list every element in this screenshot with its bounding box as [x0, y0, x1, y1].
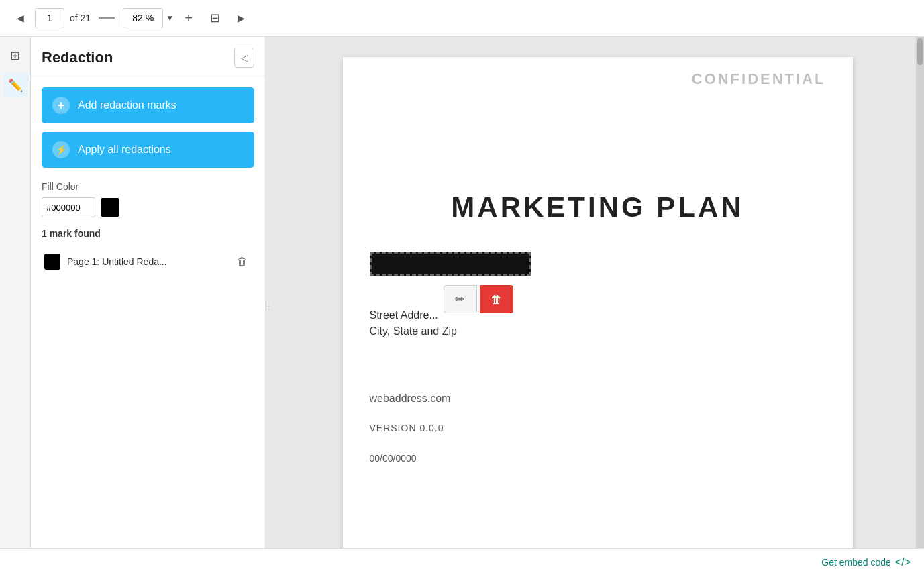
apply-redactions-label: Apply all redactions — [78, 144, 171, 156]
side-panel: Redaction ◁ + Add redaction marks ⚡ Appl… — [31, 37, 266, 575]
document-area[interactable]: CONFIDENTIAL ✏ 🗑 MARKETING PLAN Street A… — [271, 37, 924, 575]
popup-delete-button[interactable]: 🗑 — [480, 285, 513, 313]
embed-code-label: Get embed code — [821, 557, 891, 568]
trash-icon: 🗑 — [491, 293, 503, 307]
confidential-watermark: CONFIDENTIAL — [692, 70, 826, 88]
fill-color-swatch[interactable] — [101, 198, 119, 217]
toolbar-divider — [99, 17, 115, 19]
zoom-area: ▼ — [123, 8, 174, 28]
code-icon: </> — [895, 556, 911, 568]
side-panel-title: Redaction — [42, 49, 113, 66]
document-date: 00/00/0000 — [370, 453, 417, 464]
fill-color-input[interactable] — [42, 197, 95, 217]
pencil-icon: ✏ — [455, 292, 465, 307]
close-panel-icon: ◁ — [241, 52, 248, 63]
redaction-icon: ✏️ — [8, 78, 23, 93]
redaction-icon-button[interactable]: ✏️ — [3, 73, 28, 97]
footer-bar: Get embed code </> — [0, 548, 924, 575]
side-panel-close-button[interactable]: ◁ — [234, 48, 254, 68]
prev-page-button[interactable]: ◀ — [11, 9, 30, 28]
grid-icon-button[interactable]: ⊞ — [3, 44, 28, 68]
add-redaction-button[interactable]: + Add redaction marks — [42, 87, 254, 123]
fill-color-row — [42, 197, 254, 217]
marks-found-label: 1 mark found — [42, 228, 254, 239]
document-city: City, State and Zip — [370, 325, 457, 337]
scrollbar-thumb — [917, 38, 923, 65]
mark-item: Page 1: Untitled Reda... 🗑 — [42, 247, 254, 276]
grid-icon: ⊞ — [10, 48, 20, 63]
zoom-input[interactable] — [123, 8, 163, 28]
toolbar: ◀ of 21 ▼ + ⊟ ▶ — [0, 0, 924, 37]
side-panel-header: Redaction ◁ — [31, 37, 265, 76]
mark-label: Page 1: Untitled Reda... — [67, 256, 226, 267]
fit-icon: ⊟ — [210, 11, 220, 25]
popup-edit-button[interactable]: ✏ — [444, 285, 477, 313]
page-number-input[interactable] — [35, 8, 64, 28]
side-panel-content: + Add redaction marks ⚡ Apply all redact… — [31, 76, 265, 575]
redaction-mark[interactable] — [370, 252, 531, 276]
zoom-dropdown-button[interactable]: ▼ — [166, 13, 174, 23]
add-redaction-label: Add redaction marks — [78, 99, 176, 111]
lightning-icon: ⚡ — [52, 141, 70, 158]
document-web: webaddress.com — [370, 393, 451, 405]
fit-page-button[interactable]: ⊟ — [203, 7, 226, 30]
document-title: MARKETING PLAN — [451, 191, 743, 223]
document-page: CONFIDENTIAL ✏ 🗑 MARKETING PLAN Street A… — [343, 57, 853, 555]
get-embed-code-link[interactable]: Get embed code </> — [821, 556, 911, 568]
mark-delete-button[interactable]: 🗑 — [233, 252, 252, 271]
zoom-add-button[interactable]: + — [179, 9, 198, 28]
vertical-scrollbar[interactable] — [916, 37, 924, 575]
plus-icon: + — [52, 97, 70, 114]
document-version: VERSION 0.0.0 — [370, 423, 444, 433]
resize-handle[interactable]: ⋮ — [266, 37, 271, 575]
redaction-popup: ✏ 🗑 — [444, 285, 513, 313]
next-page-button[interactable]: ▶ — [232, 9, 250, 28]
fill-color-section: Fill Color — [42, 181, 254, 217]
trash-icon: 🗑 — [237, 256, 248, 268]
icon-rail: ⊞ ✏️ — [0, 37, 31, 575]
page-of-label: of 21 — [70, 13, 91, 23]
apply-redactions-button[interactable]: ⚡ Apply all redactions — [42, 132, 254, 168]
fill-color-label: Fill Color — [42, 181, 254, 192]
main-layout: ⊞ ✏️ Redaction ◁ + Add redaction marks ⚡… — [0, 37, 924, 575]
mark-color-swatch — [44, 254, 60, 270]
document-street: Street Addre... — [370, 309, 438, 321]
